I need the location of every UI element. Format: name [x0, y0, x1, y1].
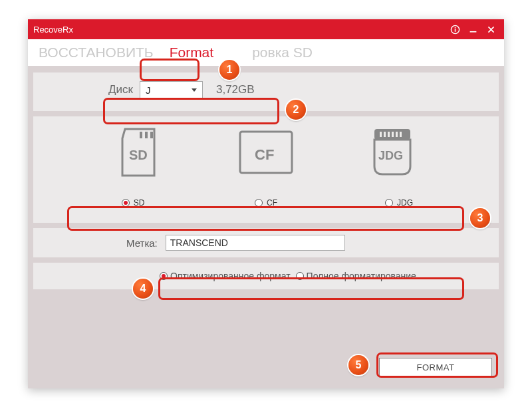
- disk-select[interactable]: J: [140, 81, 203, 98]
- radio-full[interactable]: Полное форматирование: [296, 271, 416, 281]
- formattype-card: Оптимизированное формат Полное форматиро…: [33, 263, 499, 289]
- radio-full-label: Полное форматирование: [307, 271, 416, 281]
- svg-rect-3: [470, 31, 477, 32]
- cf-card-icon: CF: [236, 126, 296, 181]
- disk-row: Диск J 3,72GB: [108, 81, 255, 98]
- radio-cf-label: CF: [267, 198, 277, 208]
- disk-card: Диск J 3,72GB: [33, 72, 499, 111]
- svg-rect-14: [392, 132, 394, 137]
- radio-icon: [160, 272, 168, 280]
- radio-sd-label: SD: [134, 198, 145, 208]
- volume-label: Метка:: [126, 237, 158, 249]
- radio-optimized[interactable]: Оптимизированное формат: [160, 271, 291, 281]
- disk-selected-value: J: [146, 84, 151, 96]
- volume-value: TRANSCEND: [170, 237, 228, 248]
- radio-icon: [385, 199, 393, 207]
- header-tabs: ВОССТАНОВИТЬ Format ровка SD: [28, 39, 504, 66]
- info-icon[interactable]: [448, 22, 463, 37]
- jdg-card-icon: JDG: [368, 126, 417, 181]
- app-window: RecoveRx ВОССТАНОВИТЬ Format ровка SD Ди: [28, 19, 504, 388]
- chevron-down-icon: [192, 88, 197, 92]
- svg-text:JDG: JDG: [378, 149, 403, 162]
- tab-format[interactable]: Format: [166, 43, 218, 62]
- minimize-button[interactable]: [466, 22, 481, 37]
- radio-icon: [255, 199, 263, 207]
- svg-rect-5: [145, 132, 148, 138]
- svg-text:CF: CF: [255, 146, 274, 163]
- tab-unlock[interactable]: ровка SD: [248, 43, 317, 62]
- radio-optimized-label: Оптимизированное формат: [170, 271, 291, 281]
- volume-card: Метка: TRANSCEND: [33, 228, 499, 257]
- format-button[interactable]: FORMAT: [379, 358, 492, 376]
- svg-rect-6: [150, 132, 153, 138]
- svg-rect-4: [140, 132, 142, 138]
- svg-rect-15: [396, 132, 398, 137]
- svg-rect-2: [455, 27, 456, 28]
- close-button[interactable]: [483, 22, 499, 37]
- disk-label: Диск: [108, 83, 133, 96]
- sd-card-icon: SD: [116, 126, 164, 181]
- svg-rect-1: [455, 29, 456, 32]
- cardtype-radio-row: SD CF JDG: [66, 193, 466, 213]
- titlebar: RecoveRx: [28, 19, 504, 39]
- radio-jdg[interactable]: JDG: [332, 198, 466, 208]
- svg-text:SD: SD: [129, 148, 148, 162]
- svg-rect-13: [388, 132, 390, 137]
- volume-input[interactable]: TRANSCEND: [166, 235, 345, 251]
- format-button-label: FORMAT: [417, 362, 455, 372]
- svg-rect-16: [400, 132, 402, 137]
- cardtype-card: SD CF JDG: [33, 116, 499, 223]
- content-area: Диск J 3,72GB SD: [28, 66, 504, 388]
- svg-rect-12: [384, 132, 386, 137]
- svg-rect-11: [380, 132, 382, 137]
- radio-jdg-label: JDG: [397, 198, 413, 208]
- radio-icon: [122, 199, 130, 207]
- radio-sd[interactable]: SD: [66, 198, 200, 208]
- tab-restore[interactable]: ВОССТАНОВИТЬ: [35, 43, 158, 62]
- radio-icon: [296, 272, 304, 280]
- radio-cf[interactable]: CF: [200, 198, 332, 208]
- app-title: RecoveRx: [33, 25, 73, 35]
- disk-size: 3,72GB: [216, 83, 255, 96]
